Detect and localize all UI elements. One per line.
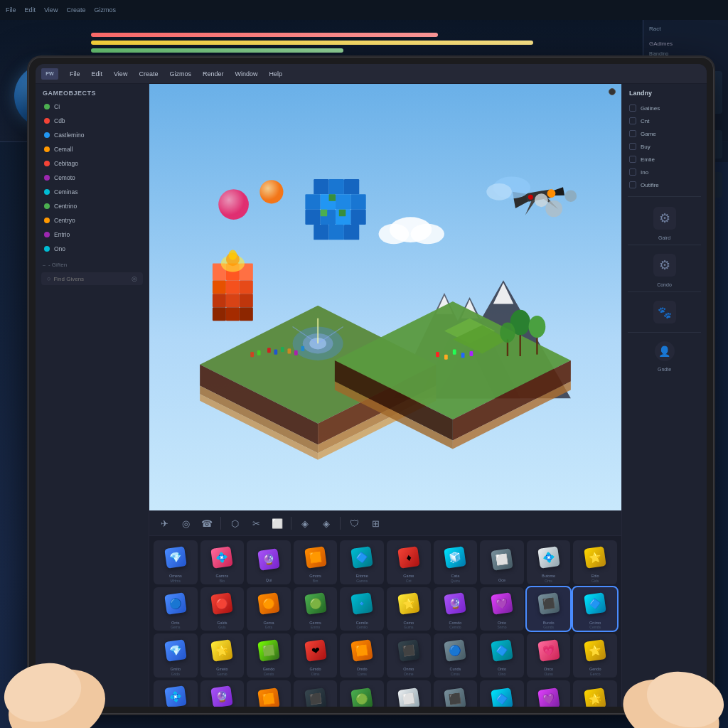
checkbox-cnt[interactable] bbox=[629, 117, 636, 124]
menu-item-gizmos[interactable]: Gizmos bbox=[169, 70, 191, 77]
paw-button[interactable]: 🐾 bbox=[653, 301, 676, 323]
checkbox-buy[interactable] bbox=[629, 143, 636, 150]
asset-cell-27[interactable]: 🔷 Onto Oino bbox=[480, 633, 524, 678]
sidebar-item-cebitago[interactable]: Cebitago bbox=[38, 157, 146, 170]
asset-cell-28[interactable]: 💗 Onco Ouno bbox=[527, 633, 571, 678]
asset-cell-8[interactable]: 💠 Butome Oms bbox=[527, 540, 571, 584]
asset-cell-14[interactable]: 🔹 Cemilo Cemilo bbox=[340, 587, 384, 631]
asset-cell-0[interactable]: 💎 Omens MHms bbox=[154, 540, 198, 584]
asset-cell-13[interactable]: 🟢 Germs Enmo bbox=[294, 587, 338, 631]
asset-cell-1[interactable]: 💠 Gamns Bio bbox=[200, 540, 245, 584]
sidebar-item-cemall[interactable]: Cemall bbox=[38, 143, 146, 156]
viewport-3d[interactable] bbox=[149, 84, 621, 510]
sidebar-item-cemoto[interactable]: Cemoto bbox=[38, 171, 146, 184]
asset-icon-20: 💎 bbox=[154, 633, 198, 667]
asset-cell-30[interactable]: 💠 Gnome Ins bbox=[154, 680, 198, 707]
tool-select[interactable]: ✂ bbox=[247, 514, 265, 532]
right-panel-item-galines[interactable]: Galines bbox=[625, 102, 704, 114]
right-panel-item-outifire[interactable]: Outifire bbox=[625, 179, 704, 191]
sidebar-item-ceminas[interactable]: Ceminas bbox=[38, 186, 146, 198]
asset-cell-38[interactable]: 💜 Ontio bbox=[527, 680, 571, 707]
asset-cell-4[interactable]: 🔷 Eitome Gamns bbox=[340, 540, 384, 584]
tool-shield[interactable]: 🛡 bbox=[345, 514, 363, 532]
asset-cell-7[interactable]: ⬜ Oce bbox=[480, 540, 524, 584]
sidebar-item-ci[interactable]: Ci bbox=[38, 100, 146, 113]
asset-cell-9[interactable]: ⭐ Ettio Gids bbox=[573, 540, 617, 584]
account-button[interactable]: 👤 bbox=[655, 341, 675, 361]
sidebar-item-centryo[interactable]: Centryo bbox=[38, 214, 146, 227]
right-panel-item-emlie[interactable]: Emlie bbox=[625, 154, 704, 165]
svg-rect-58 bbox=[344, 225, 359, 240]
asset-cell-12[interactable]: 🟠 Gema Gnts bbox=[247, 587, 291, 631]
checkbox-game[interactable] bbox=[629, 130, 636, 137]
asset-cell-18[interactable]: ⬛ Bundo Gunds bbox=[527, 587, 571, 631]
asset-cell-32[interactable]: 🟧 Brino bbox=[247, 680, 291, 707]
asset-cell-22[interactable]: 🟩 Gendo Cendo bbox=[247, 633, 291, 678]
tool-phone[interactable]: ☎ bbox=[198, 514, 216, 532]
asset-cell-34[interactable]: 🟢 Cuno bbox=[340, 680, 384, 707]
asset-cell-17[interactable]: 💜 Onto Snmo bbox=[480, 587, 524, 631]
checkbox-galines[interactable] bbox=[629, 105, 636, 112]
sidebar-item-cdb[interactable]: Cdb bbox=[38, 114, 146, 127]
asset-cell-26[interactable]: 🔵 Cunds Cinos bbox=[434, 633, 478, 678]
asset-sublabel-12: Gnts bbox=[247, 625, 291, 629]
sidebar-label-entrio: Entrio bbox=[54, 231, 70, 238]
asset-cell-35[interactable]: ⬜ Quintado bbox=[387, 680, 431, 707]
asset-cell-23[interactable]: ❤ Gimdo Oims bbox=[294, 633, 338, 678]
checkbox-emlie[interactable] bbox=[629, 156, 636, 163]
sidebar-item-entrio[interactable]: Entrio bbox=[38, 228, 146, 241]
asset-cell-3[interactable]: 🟧 Gmors Bm bbox=[294, 540, 338, 584]
asset-sublabel-5: Cnt bbox=[387, 579, 431, 583]
asset-cell-16[interactable]: 🔮 Comdo Cemdo bbox=[434, 587, 478, 631]
menu-item-help[interactable]: Help bbox=[269, 70, 282, 77]
asset-cell-15[interactable]: ⭐ Cemo Gums bbox=[387, 587, 431, 631]
right-panel-item-buy[interactable]: Buy bbox=[625, 141, 704, 152]
checkbox-ino[interactable] bbox=[629, 168, 636, 176]
asset-label-23: Gimdo bbox=[294, 667, 338, 672]
asset-cell-33[interactable]: ⬛ Onto bbox=[294, 680, 338, 707]
asset-cell-24[interactable]: 🟧 Omdo Coms bbox=[340, 633, 384, 678]
asset-cell-19[interactable]: 🔷 Gnimo Cemds bbox=[573, 587, 617, 631]
asset-cell-25[interactable]: ⬛ Onmo Onme bbox=[387, 633, 431, 678]
asset-cell-2[interactable]: 🔮 Qui bbox=[247, 540, 291, 584]
tool-paint[interactable]: ◈ bbox=[296, 514, 314, 532]
sidebar-item-castlemino[interactable]: Castlemino bbox=[38, 129, 146, 141]
sidebar-item-centrino[interactable]: Centrino bbox=[38, 200, 146, 213]
settings-button[interactable]: ⚙ bbox=[653, 207, 676, 230]
asset-cell-10[interactable]: 🔵 Onts Gems bbox=[154, 587, 198, 631]
svg-point-23 bbox=[529, 316, 546, 338]
right-panel-item-cnt[interactable]: Cnt bbox=[625, 115, 704, 127]
menu-item-window[interactable]: Window bbox=[235, 70, 257, 77]
asset-cell-11[interactable]: 🔴 Galds Guls bbox=[200, 587, 245, 631]
menu-item-edit[interactable]: Edit bbox=[92, 70, 103, 77]
asset-cell-31[interactable]: 🔮 Conts Cuns bbox=[200, 680, 245, 707]
sidebar-search-bar[interactable]: ○ ◎ bbox=[41, 272, 143, 285]
asset-cell-20[interactable]: 💎 Gmito Grido bbox=[154, 633, 198, 678]
checkbox-outifire[interactable] bbox=[629, 181, 636, 188]
svg-point-93 bbox=[486, 183, 512, 200]
tool-move[interactable]: ✈ bbox=[155, 514, 173, 532]
right-panel-item-game[interactable]: Game bbox=[625, 128, 704, 139]
tool-grid[interactable]: ⊞ bbox=[366, 514, 385, 532]
menu-item-render[interactable]: Render bbox=[203, 70, 224, 77]
asset-cell-5[interactable]: ♦ Game Cnt bbox=[387, 540, 431, 584]
sidebar-search-input[interactable] bbox=[53, 276, 129, 282]
svg-rect-37 bbox=[301, 346, 304, 351]
asset-cell-37[interactable]: 🔷 Comtio bbox=[480, 680, 524, 707]
controls-button[interactable]: ⚙ bbox=[653, 254, 676, 277]
menu-item-create[interactable]: Create bbox=[139, 70, 158, 77]
asset-cell-21[interactable]: 🌟 Gmeto Gsmio bbox=[200, 633, 245, 678]
menu-item-file[interactable]: File bbox=[70, 70, 80, 77]
asset-cell-29[interactable]: ⭐ Gendo Genco bbox=[573, 633, 617, 678]
svg-rect-50 bbox=[336, 194, 350, 209]
tool-rotate[interactable]: ◎ bbox=[176, 514, 195, 532]
sidebar-item-ono[interactable]: Ono bbox=[38, 242, 146, 255]
tool-box[interactable]: ⬜ bbox=[268, 514, 287, 532]
tool-wifi[interactable]: ◈ bbox=[317, 514, 336, 532]
asset-cell-36[interactable]: ⬛ Onto bbox=[434, 680, 478, 707]
right-panel-item-ino[interactable]: Ino bbox=[625, 166, 704, 178]
menu-item-view[interactable]: View bbox=[114, 70, 127, 77]
asset-cell-6[interactable]: 🧊 Cata Quins bbox=[434, 540, 478, 584]
asset-cell-39[interactable]: 🌟 Conto bbox=[573, 680, 617, 707]
tool-cursor[interactable]: ⬡ bbox=[225, 514, 244, 532]
